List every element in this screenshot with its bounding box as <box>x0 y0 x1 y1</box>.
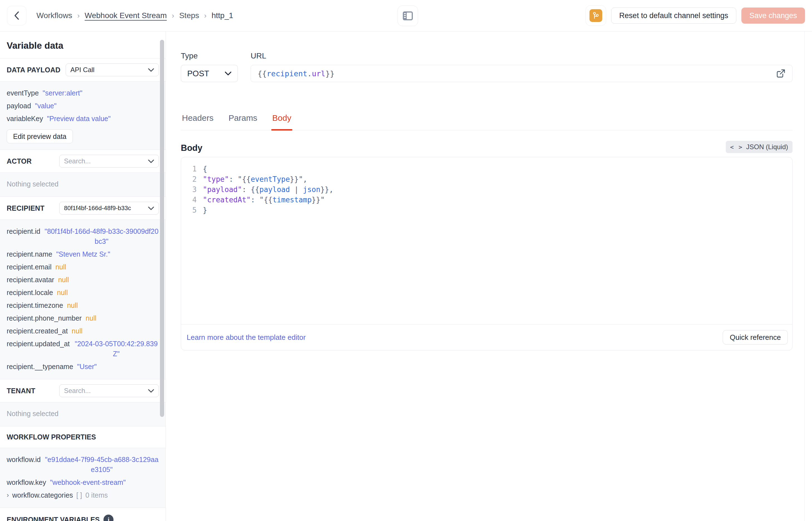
breadcrumb-separator: › <box>172 12 174 20</box>
method-group: Type POST <box>181 51 238 82</box>
tab-body[interactable]: Body <box>271 113 292 130</box>
liquid-token: url <box>312 69 326 78</box>
actor-search-select[interactable]: Search... <box>59 155 159 167</box>
topbar-actions: Reset to default channel settings Save c… <box>586 5 805 26</box>
breadcrumb-separator: › <box>204 12 207 20</box>
tenant-empty-block: Nothing selected <box>0 403 166 426</box>
environment-variables-heading: ENVIRONMENT VARIABLES i <box>0 508 166 521</box>
kv-key: recipient.id <box>7 226 40 236</box>
breadcrumb-steps[interactable]: Steps <box>179 11 199 20</box>
recipient-row: RECIPIENT 80f1f4bf-166d-48f9-b33c <box>0 197 166 220</box>
kv-value[interactable]: "User" <box>77 362 97 371</box>
kv-value[interactable]: "Steven Metz Sr." <box>56 249 110 259</box>
actor-search-placeholder: Search... <box>64 157 91 165</box>
kv-value[interactable]: "e91ddae4-7f99-45cb-a688-3c129aae3105" <box>45 454 159 475</box>
workflow-categories-key: workflow.categories <box>12 490 73 500</box>
tab-params[interactable]: Params <box>227 113 258 130</box>
tenant-search-select[interactable]: Search... <box>59 384 159 397</box>
sidebar-scrollbar[interactable] <box>160 40 164 417</box>
breadcrumb: Workflows › Webhook Event Stream › Steps… <box>37 11 233 20</box>
chevron-down-icon <box>148 159 154 163</box>
info-icon[interactable]: i <box>103 515 114 521</box>
language-badge-label: JSON (Liquid) <box>746 143 788 151</box>
step-editor-main: Type POST URL {{recipient.url}} <box>166 31 812 521</box>
language-badge: < > JSON (Liquid) <box>726 141 792 153</box>
kv-value[interactable]: null <box>72 326 82 336</box>
quick-reference-button[interactable]: Quick reference <box>723 330 788 344</box>
recipient-select[interactable]: 80f1f4bf-166d-48f9-b33c <box>59 202 159 214</box>
kv-key: eventType <box>7 88 39 98</box>
kv-value[interactable]: "Preview data value" <box>47 114 111 123</box>
data-payload-select[interactable]: API Call <box>66 64 159 76</box>
data-payload-row: DATA PAYLOAD API Call <box>0 59 166 82</box>
kv-row: payload"value" <box>7 99 159 112</box>
kv-value[interactable]: "server:alert" <box>43 88 82 98</box>
kv-row: recipient.emailnull <box>7 260 159 273</box>
workflow-categories-row[interactable]: › workflow.categories [ ] 0 items <box>7 489 159 501</box>
edit-preview-data-button[interactable]: Edit preview data <box>7 130 73 143</box>
tab-headers[interactable]: Headers <box>181 113 214 130</box>
line-number: 2 <box>181 174 203 184</box>
kv-value[interactable]: null <box>86 313 97 323</box>
url-value: {{recipient.url}} <box>258 69 776 78</box>
kv-value[interactable]: null <box>55 262 66 272</box>
code-content: } <box>203 205 207 216</box>
breadcrumb-workflows[interactable]: Workflows <box>37 11 72 20</box>
code-editor-area[interactable]: 1{2"type": "{{eventType}}",3"payload": {… <box>181 157 792 324</box>
kv-key: recipient.name <box>7 249 52 259</box>
code-token: json <box>303 185 320 194</box>
reset-channel-settings-button[interactable]: Reset to default channel settings <box>611 7 736 24</box>
kv-row: recipient.__typename"User" <box>7 360 159 373</box>
code-token: timestamp <box>272 196 312 204</box>
breadcrumb-separator: › <box>77 12 80 20</box>
workflow-properties-heading: WORKFLOW PROPERTIES <box>0 426 166 448</box>
liquid-token: }} <box>326 69 335 78</box>
data-payload-preview-block: eventType"server:alert"payload"value"var… <box>0 82 166 150</box>
line-number: 3 <box>181 184 203 195</box>
breadcrumb-workflow-name[interactable]: Webhook Event Stream <box>85 11 167 20</box>
kv-key: recipient.updated_at <box>7 339 70 349</box>
url-group: URL {{recipient.url}} <box>250 51 792 82</box>
code-line: 2"type": "{{eventType}}", <box>181 174 792 184</box>
commit-changes-button[interactable] <box>586 5 606 26</box>
chevron-down-icon <box>225 71 232 75</box>
sidebar-toggle-button[interactable] <box>398 5 418 26</box>
save-changes-button[interactable]: Save changes <box>741 7 805 24</box>
kv-value[interactable]: "webhook-event-stream" <box>50 477 126 487</box>
line-number: 1 <box>181 164 203 174</box>
template-editor-docs-link[interactable]: Learn more about the template editor <box>187 333 306 342</box>
kv-value[interactable]: null <box>57 288 68 297</box>
url-input[interactable]: {{recipient.url}} <box>250 65 792 82</box>
code-token: : <box>242 185 250 194</box>
code-token: "createdAt" <box>203 196 250 204</box>
kv-row: eventType"server:alert" <box>7 87 159 99</box>
back-button[interactable] <box>7 6 26 25</box>
code-line: 3"payload": {{payload | json}}, <box>181 184 792 195</box>
workflow-properties-block: workflow.id"e91ddae4-7f99-45cb-a688-3c12… <box>0 448 166 508</box>
chevron-down-icon <box>148 68 154 72</box>
chevron-right-icon: › <box>7 490 9 500</box>
code-token: eventType <box>250 175 290 183</box>
kv-key: recipient.phone_number <box>7 313 82 323</box>
top-bar: Workflows › Webhook Event Stream › Steps… <box>0 0 812 31</box>
chevron-down-icon <box>148 389 154 393</box>
liquid-token: . <box>307 69 312 78</box>
kv-key: recipient.__typename <box>7 362 73 371</box>
method-select[interactable]: POST <box>181 65 238 82</box>
kv-value[interactable]: "value" <box>35 101 57 111</box>
external-link-icon[interactable] <box>776 69 786 78</box>
code-token: }}" <box>312 196 325 204</box>
code-line: 5} <box>181 205 792 216</box>
recipient-properties-block: recipient.id"80f1f4bf-166d-48f9-b33c-390… <box>0 220 166 379</box>
kv-key: recipient.avatar <box>7 275 54 285</box>
kv-value[interactable]: null <box>58 275 69 285</box>
kv-value[interactable]: "2024-03-05T00:42:29.839Z" <box>74 339 159 359</box>
kv-value[interactable]: "80f1f4bf-166d-48f9-b33c-39009df20bc3" <box>44 226 159 246</box>
body-header-row: Body < > JSON (Liquid) <box>181 141 792 153</box>
kv-key: recipient.timezone <box>7 300 63 310</box>
kv-row: recipient.created_atnull <box>7 324 159 337</box>
line-number: 5 <box>181 205 203 216</box>
kv-value[interactable]: null <box>67 300 78 310</box>
code-token: : <box>229 175 238 183</box>
chevron-down-icon <box>148 206 154 210</box>
